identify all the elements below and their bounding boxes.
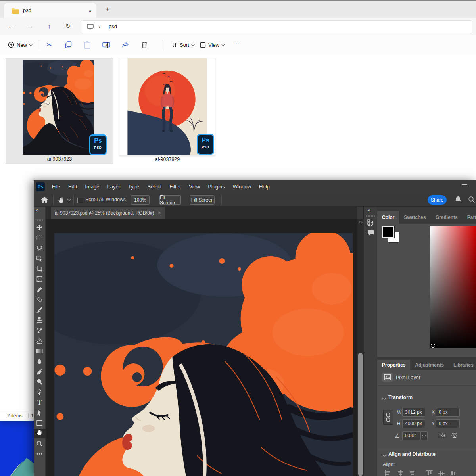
collapse-align-icon[interactable]	[382, 453, 386, 457]
eyedropper-tool[interactable]	[36, 286, 43, 293]
tab-properties[interactable]: Properties	[377, 360, 410, 370]
rectangle-tool[interactable]	[36, 420, 43, 427]
zoom-100-button[interactable]: 100%	[131, 195, 150, 205]
hand-tool-active[interactable]	[34, 429, 46, 438]
dock-grip[interactable]	[366, 215, 375, 217]
scrollbar-thumb[interactable]	[358, 353, 363, 476]
flip-horizontal-icon[interactable]	[439, 432, 447, 439]
paste-button[interactable]	[80, 38, 94, 52]
up-button[interactable]: ↑	[43, 20, 56, 33]
more-options-button[interactable]: …	[233, 39, 240, 46]
view-button[interactable]: View	[197, 38, 228, 52]
height-input[interactable]: 4000 px	[402, 419, 425, 428]
document-tab-close-icon[interactable]: ×	[158, 210, 161, 216]
pen-tool[interactable]	[36, 389, 43, 396]
tab-swatches[interactable]: Swatches	[399, 211, 430, 224]
link-dimensions-button[interactable]	[383, 410, 393, 425]
scroll-up-arrow[interactable]	[358, 221, 363, 225]
menu-window[interactable]: Window	[229, 180, 255, 193]
menu-file[interactable]: File	[48, 180, 64, 193]
align-horizontal-centers-button[interactable]	[396, 469, 404, 476]
minimize-button[interactable]: —	[459, 181, 470, 187]
menu-plugins[interactable]: Plugins	[204, 180, 229, 193]
hand-tool-options-icon[interactable]	[58, 196, 65, 203]
width-input[interactable]: 3012 px	[402, 408, 425, 416]
align-top-edges-button[interactable]	[426, 469, 434, 476]
type-tool[interactable]: T	[36, 399, 43, 406]
rotation-dropdown[interactable]	[420, 431, 428, 440]
back-button[interactable]: ←	[5, 20, 17, 33]
tab-adjustments[interactable]: Adjustments	[410, 360, 449, 370]
frame-tool[interactable]	[36, 276, 43, 283]
share-button[interactable]	[118, 38, 132, 52]
menu-select[interactable]: Select	[143, 180, 165, 193]
lasso-tool[interactable]	[36, 245, 43, 252]
collapse-transform-icon[interactable]	[382, 396, 386, 400]
share-button[interactable]: Share	[428, 195, 447, 205]
home-icon[interactable]	[40, 196, 48, 203]
canvas-vertical-scrollbar[interactable]	[357, 219, 363, 476]
tab-gradients[interactable]: Gradients	[431, 211, 463, 224]
delete-button[interactable]	[137, 38, 152, 52]
toolbar-collapse-icon[interactable]: »	[36, 207, 38, 213]
new-tab-button[interactable]: +	[103, 4, 113, 14]
copy-button[interactable]	[61, 38, 75, 52]
clone-stamp-tool[interactable]	[36, 317, 43, 324]
menu-filter[interactable]: Filter	[165, 180, 185, 193]
foreground-color-swatch[interactable]	[382, 226, 394, 238]
file-tile[interactable]: Ps PSD ai-9037929	[116, 58, 219, 164]
breadcrumb-path[interactable]: psd	[109, 23, 117, 29]
crop-tool[interactable]	[36, 265, 43, 273]
ps-canvas-area[interactable]	[46, 219, 357, 476]
tab-libraries[interactable]: Libraries	[449, 360, 476, 370]
path-selection-tool[interactable]	[36, 409, 43, 416]
menu-image[interactable]: Image	[81, 180, 103, 193]
new-button[interactable]: New	[5, 38, 35, 52]
align-left-edges-button[interactable]	[384, 469, 392, 476]
file-tile-selected[interactable]: Ps PSD ai-9037923	[6, 58, 113, 164]
eraser-tool[interactable]	[36, 338, 43, 345]
color-picker-field[interactable]	[430, 226, 476, 348]
menu-edit[interactable]: Edit	[64, 180, 81, 193]
search-icon[interactable]	[468, 196, 475, 203]
tab-patterns[interactable]: Patterns	[463, 211, 476, 224]
address-field[interactable]: › psd	[81, 20, 472, 33]
menu-layer[interactable]: Layer	[104, 180, 125, 193]
y-input[interactable]: 0 px	[436, 419, 460, 428]
rename-button[interactable]: A	[99, 38, 113, 52]
tab-close-icon[interactable]: ×	[86, 6, 94, 15]
move-tool[interactable]	[36, 224, 43, 231]
align-vertical-centers-button[interactable]	[438, 469, 445, 476]
dock-collapse-icon[interactable]: «	[368, 207, 370, 213]
refresh-button[interactable]: ↻	[62, 20, 75, 33]
object-selection-tool[interactable]	[36, 255, 43, 262]
toolbar-grip[interactable]	[36, 219, 44, 221]
forward-button[interactable]: →	[24, 20, 36, 33]
flip-vertical-icon[interactable]	[451, 432, 459, 439]
marquee-tool[interactable]	[36, 234, 43, 242]
align-right-edges-button[interactable]	[408, 469, 416, 476]
rotation-input[interactable]: 0.00°	[402, 431, 420, 440]
fit-screen-button[interactable]: Fit Screen	[159, 195, 181, 205]
menu-view[interactable]: View	[185, 180, 204, 193]
fill-screen-button[interactable]: Fill Screen	[190, 195, 215, 205]
comments-panel-icon[interactable]	[367, 230, 374, 237]
cut-button[interactable]: ✂	[42, 38, 56, 52]
bell-icon[interactable]	[455, 196, 462, 203]
brush-tool[interactable]	[36, 307, 43, 314]
x-input[interactable]: 0 px	[436, 408, 460, 416]
history-brush-tool[interactable]	[36, 327, 43, 334]
chevron-down-icon[interactable]	[67, 197, 71, 201]
dodge-tool[interactable]	[36, 378, 43, 386]
scroll-all-windows-checkbox[interactable]	[77, 198, 83, 203]
smudge-tool[interactable]	[36, 368, 43, 375]
tab-color[interactable]: Color	[377, 211, 399, 224]
spot-healing-brush-tool[interactable]	[36, 296, 43, 303]
menu-type[interactable]: Type	[124, 180, 143, 193]
explorer-tab-psd[interactable]: psd ×	[4, 3, 96, 19]
color-picker-cursor[interactable]	[431, 344, 435, 348]
blur-tool[interactable]	[36, 358, 43, 365]
edit-toolbar-button[interactable]	[36, 451, 43, 458]
sort-button[interactable]: Sort	[166, 38, 198, 52]
document-tab[interactable]: ai-9037923.psd @ 25% (Background, RGB/8#…	[51, 207, 165, 219]
